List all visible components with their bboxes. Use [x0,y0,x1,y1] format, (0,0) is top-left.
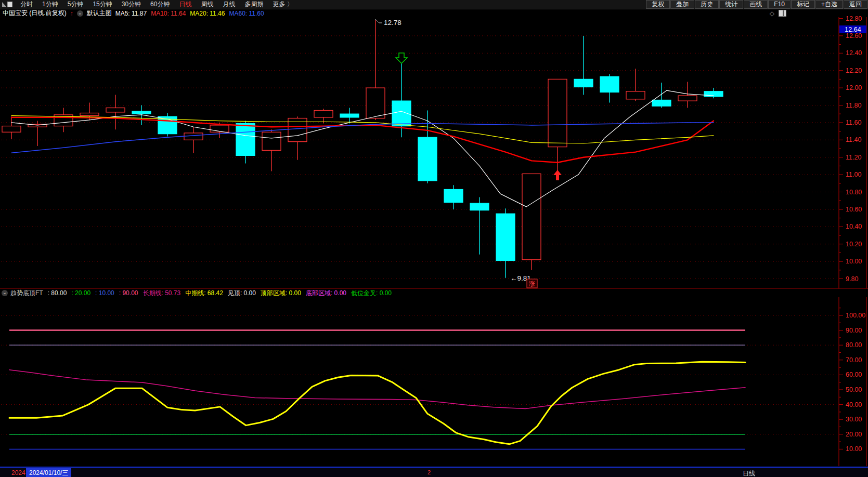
menu-item-日线[interactable]: 日线 [174,1,196,8]
chart-canvas[interactable]: 12.8012.6012.4012.2012.0011.8011.6011.40… [0,0,868,477]
toolbar-button-F10[interactable]: F10 [768,0,791,9]
ma-value: MA20: 11.46 [190,10,225,17]
menu-item-5分钟[interactable]: 5分钟 [63,1,88,8]
price-axis: 12.8012.6012.4012.2012.0011.8011.6011.40… [839,15,866,467]
split-pane-icon[interactable] [779,10,786,17]
svg-text:11.60: 11.60 [846,119,861,126]
indicator-param: 底部区域: 0.00 [306,289,346,297]
period-menu-items: 分时1分钟5分钟15分钟30分钟60分钟日线周线月线多周期更多 〉 [16,0,298,9]
period-menubar: 分时1分钟5分钟15分钟30分钟60分钟日线周线月线多周期更多 〉 复权叠加历史… [0,0,868,9]
indicator-param: 趋势底顶FT [10,289,43,297]
ma-legend: MA5: 11.87MA10: 11.64MA20: 11.46MA60: 11… [115,10,268,17]
toolbar-button-+自选[interactable]: +自选 [815,0,843,9]
titlebar-right-icons: ◇ [770,10,864,17]
chevron-down-icon[interactable]: ⌄ [77,10,83,17]
svg-text:100.00: 100.00 [846,312,865,319]
indicator-params: 趋势底顶FT: 80.00: 20.00: 10.00: 90.00长期线: 5… [10,289,396,298]
toolbar-button-标记[interactable]: 标记 [791,0,815,9]
svg-text:90.00: 90.00 [846,327,862,334]
indicator-param: : 80.00 [48,289,67,297]
period-label: 日线 [743,469,755,477]
ma-value: MA5: 11.87 [115,10,147,17]
menu-item-60分钟[interactable]: 60分钟 [146,1,174,8]
ma-value: MA10: 11.64 [151,10,186,17]
svg-text:50.00: 50.00 [846,386,862,393]
indicator-panel[interactable] [9,330,745,449]
svg-text:12.00: 12.00 [846,84,862,91]
toolbar-button-叠加[interactable]: 叠加 [670,0,694,9]
indicator-param: : 90.00 [119,289,138,297]
toolbar-buttons: 复权叠加历史统计画线F10标记+自选返回 [646,0,868,9]
indicator-param: : 20.00 [71,289,90,297]
menu-item-1分钟[interactable]: 1分钟 [37,1,63,8]
svg-text:12.78: 12.78 [384,19,401,27]
toolbar-button-历史[interactable]: 历史 [695,0,719,9]
toolbar-button-统计[interactable]: 统计 [719,0,743,9]
indicator-param: 长期线: 50.73 [142,289,180,297]
svg-text:30.00: 30.00 [846,416,862,423]
overlay-label[interactable]: 默认主图 [87,9,112,18]
svg-text:70.00: 70.00 [846,356,862,364]
diamond-icon[interactable]: ◇ [770,10,774,17]
chevron-down-icon[interactable]: ⌄ [2,290,8,296]
svg-text:10.40: 10.40 [846,223,862,230]
buy-signal-arrow-icon [553,170,562,180]
svg-text:10.60: 10.60 [846,206,862,213]
indicator-param: 低位金叉: 0.00 [351,289,392,297]
menu-item-30分钟[interactable]: 30分钟 [117,1,146,8]
svg-text:10.80: 10.80 [846,189,862,196]
ma-value: MA60: 11.60 [229,10,264,17]
trading-terminal: 12.8012.6012.4012.2012.0011.8011.6011.40… [0,0,868,477]
indicator-header: ⌄ 趋势底顶FT: 80.00: 20.00: 10.00: 90.00长期线:… [0,288,868,297]
sell-signal-arrow-icon [396,53,407,63]
toolbar-button-复权[interactable]: 复权 [646,0,670,9]
svg-text:20.00: 20.00 [846,431,862,438]
stock-title: 中国宝安 (日线.前复权) [3,9,67,18]
svg-text:11.00: 11.00 [846,171,861,178]
svg-text:9.80: 9.80 [846,275,858,283]
menu-item-月线[interactable]: 月线 [218,1,240,8]
indicator-param: 顶部区域: 0.00 [261,289,301,297]
app-window-icon[interactable] [2,2,12,7]
svg-text:11.40: 11.40 [846,136,861,143]
svg-text:12.40: 12.40 [846,49,862,57]
svg-text:11.20: 11.20 [846,154,861,161]
menu-item-分时[interactable]: 分时 [16,1,37,8]
svg-text:10.00: 10.00 [846,445,862,453]
titlebar: 中国宝安 (日线.前复权) ↑ ⌄ 默认主图 MA5: 11.87MA10: 1… [0,9,868,17]
menu-item-周线[interactable]: 周线 [196,1,218,8]
menu-item-更多 〉[interactable]: 更多 〉 [268,1,297,8]
date-marker: 2 [427,469,431,475]
indicator-param: : 10.00 [95,289,114,297]
indicator-param: 见顶: 0.00 [228,289,256,297]
toolbar-button-返回[interactable]: 返回 [844,0,867,9]
svg-text:涨: 涨 [528,280,535,287]
menu-item-多周期[interactable]: 多周期 [240,1,268,8]
svg-text:10.00: 10.00 [846,258,862,265]
svg-text:40.00: 40.00 [846,401,862,408]
current-date-box: 2024/01/10/三 [26,468,71,477]
svg-text:80.00: 80.00 [846,341,862,349]
up-arrow-icon: ↑ [70,10,73,17]
svg-text:12.20: 12.20 [846,67,862,74]
toolbar-button-画线[interactable]: 画线 [744,0,768,9]
year-label: 2024 [11,469,25,476]
indicator-param: 中期线: 68.42 [185,289,223,297]
svg-text:11.80: 11.80 [846,102,861,109]
svg-text:12.64: 12.64 [845,26,861,33]
svg-text:60.00: 60.00 [846,371,862,378]
svg-text:10.20: 10.20 [846,241,862,248]
date-axis-bar[interactable]: 2024 2024/01/10/三 2 日线 [0,467,868,477]
main-candles[interactable] [2,20,723,278]
menu-item-15分钟[interactable]: 15分钟 [88,1,116,8]
